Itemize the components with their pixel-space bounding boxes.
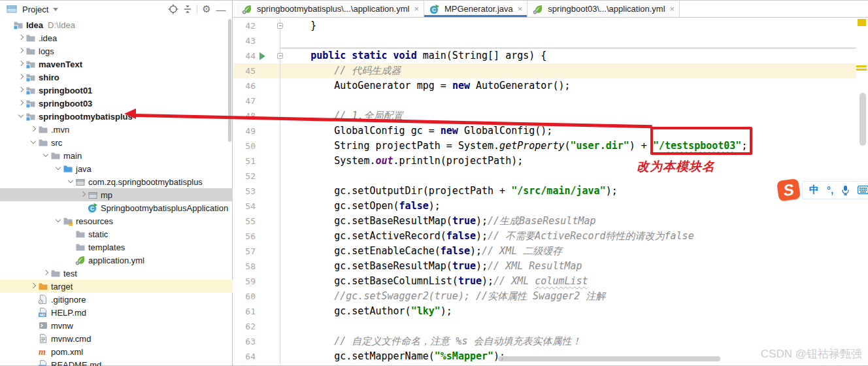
tree-item-src[interactable]: src bbox=[0, 136, 233, 149]
tree-item-springbootmybatisplusapplication[interactable]: CSpringbootmybatisplusApplication bbox=[0, 201, 233, 214]
close-icon[interactable]: × bbox=[670, 5, 675, 13]
chevron-right-icon[interactable] bbox=[16, 73, 25, 82]
tree-item-label: resources bbox=[76, 216, 113, 226]
sogou-logo-icon[interactable]: S bbox=[776, 178, 801, 201]
tree-item-logs[interactable]: logs bbox=[0, 44, 233, 58]
chevron-right-icon[interactable] bbox=[16, 99, 25, 108]
tree-item-application-yml[interactable]: application.yml bbox=[0, 254, 233, 267]
chevron-placeholder bbox=[78, 203, 88, 212]
gutter bbox=[256, 33, 280, 48]
tree-item-idea[interactable]: IdeaD:\Idea bbox=[0, 18, 233, 31]
chevron-down-icon[interactable] bbox=[53, 8, 58, 11]
tree-item-static[interactable]: static bbox=[0, 227, 233, 241]
stripe-warning-marker[interactable] bbox=[858, 19, 866, 26]
chevron-down-icon[interactable] bbox=[54, 164, 63, 173]
code-text bbox=[280, 169, 287, 184]
chevron-right-icon[interactable] bbox=[16, 86, 25, 95]
code-text: gc.setBaseResultMap(true);//生成BaseResult… bbox=[280, 214, 596, 229]
module-folder-icon bbox=[25, 111, 37, 122]
folder-icon bbox=[38, 124, 49, 135]
tree-item-maventext[interactable]: mavenText bbox=[0, 58, 233, 71]
module-folder-icon bbox=[25, 72, 37, 82]
close-icon[interactable]: × bbox=[518, 5, 523, 13]
chevron-down-icon[interactable] bbox=[66, 177, 75, 186]
chevron-down-icon[interactable] bbox=[41, 151, 50, 160]
editor-tab-springbootmybatisplus-application-yml[interactable]: springbootmybatisplus\...\application.ym… bbox=[237, 1, 424, 17]
tree-item-mp[interactable]: mp bbox=[0, 188, 233, 201]
tree-item-label: springboot03 bbox=[39, 99, 92, 108]
code-text bbox=[280, 319, 287, 334]
tree-item-com-zq-springbootmybatisplus[interactable]: com.zq.springbootmybatisplus bbox=[0, 175, 233, 188]
tree-item-springboot03[interactable]: springboot03 bbox=[0, 97, 233, 110]
chevron-right-icon[interactable] bbox=[16, 33, 25, 42]
chevron-right-icon[interactable] bbox=[16, 59, 25, 69]
chevron-right-icon[interactable] bbox=[29, 125, 38, 134]
gutter bbox=[256, 78, 280, 93]
gutter bbox=[256, 244, 280, 259]
editor-tab-springboot03-application-yml[interactable]: springboot03\...\application.yml× bbox=[527, 1, 680, 17]
package-icon bbox=[88, 190, 99, 200]
code-line-44: 44 public static void main(String[] args… bbox=[233, 48, 856, 63]
stripe-line-marker[interactable] bbox=[856, 69, 867, 71]
ime-punctuation-button[interactable]: °, bbox=[823, 184, 837, 195]
fold-collapse-icon[interactable] bbox=[277, 23, 283, 29]
line-number: 54 bbox=[233, 199, 256, 214]
tree-item--gitignore[interactable]: .gitignore bbox=[0, 293, 233, 306]
locate-icon[interactable] bbox=[166, 2, 180, 16]
tree-item-resources[interactable]: resources bbox=[0, 214, 233, 227]
tree-item-mvnw-cmd[interactable]: mvnw.cmd bbox=[0, 332, 233, 345]
tree-item--mvn[interactable]: .mvn bbox=[0, 123, 233, 136]
chevron-right-icon[interactable] bbox=[78, 190, 88, 199]
line-number: 45 bbox=[233, 63, 256, 78]
code-line-60: 60 //gc.setSwagger2(true); //实体属性 Swagge… bbox=[233, 289, 856, 304]
chevron-down-icon[interactable] bbox=[54, 216, 63, 225]
annotation-note: 改为本模块名 bbox=[637, 158, 741, 175]
tree-scrollbar[interactable] bbox=[228, 19, 231, 142]
ime-language-button[interactable]: 中 bbox=[805, 184, 823, 196]
code-text: public static void main(String[] args) { bbox=[280, 48, 546, 63]
collapse-all-icon[interactable] bbox=[180, 2, 195, 16]
editor-tab-mpgenerator-java[interactable]: CMPGenerator.java× bbox=[424, 1, 527, 17]
code-editor[interactable]: 42 }4344 public static void main(String[… bbox=[233, 18, 856, 364]
code-line-50: 50 String projectPath = System.getProper… bbox=[233, 139, 856, 154]
tree-item--idea[interactable]: .idea bbox=[0, 31, 233, 44]
run-main-icon[interactable] bbox=[259, 52, 265, 60]
horizontal-scrollbar[interactable] bbox=[498, 356, 720, 361]
gutter bbox=[256, 184, 280, 199]
chevron-placeholder bbox=[29, 308, 38, 317]
project-panel-title[interactable]: Project bbox=[22, 5, 48, 14]
tree-item-springboot01[interactable]: springboot01 bbox=[0, 84, 233, 97]
gutter bbox=[256, 259, 280, 274]
hide-panel-icon[interactable]: — bbox=[214, 2, 228, 16]
line-number: 42 bbox=[233, 18, 256, 33]
tree-item-label: .mvn bbox=[51, 125, 69, 135]
stripe-line-marker[interactable] bbox=[856, 65, 867, 67]
chevron-right-icon[interactable] bbox=[29, 282, 38, 291]
gutter bbox=[256, 214, 280, 229]
vertical-scrollbar[interactable] bbox=[860, 93, 866, 146]
microphone-icon[interactable] bbox=[837, 185, 854, 195]
folder-icon bbox=[25, 46, 37, 56]
tree-item-test[interactable]: test bbox=[0, 267, 233, 280]
tree-item-main[interactable]: main bbox=[0, 149, 233, 162]
tree-item-readme-md[interactable]: MDREADME.md bbox=[0, 358, 233, 366]
tree-item-help-md[interactable]: MDHELP.md bbox=[0, 306, 233, 319]
keyboard-icon[interactable] bbox=[854, 186, 868, 194]
tree-item-pom-xml[interactable]: mpom.xml bbox=[0, 345, 233, 358]
chevron-down-icon[interactable] bbox=[16, 112, 25, 121]
tree-item-shiro[interactable]: shiro bbox=[0, 71, 233, 84]
settings-gear-icon[interactable]: ⚙ bbox=[199, 2, 214, 16]
chevron-right-icon[interactable] bbox=[16, 46, 25, 56]
line-number: 44 bbox=[233, 48, 256, 63]
code-text: gc.setMapperName("%sMapper"); bbox=[280, 349, 505, 364]
module-folder-icon bbox=[25, 98, 37, 108]
tree-item-target[interactable]: target bbox=[0, 280, 233, 293]
tree-item-label: java bbox=[76, 164, 92, 174]
chevron-right-icon[interactable] bbox=[41, 269, 50, 278]
fold-collapse-icon[interactable] bbox=[277, 53, 283, 59]
tree-item-templates[interactable]: templates bbox=[0, 241, 233, 254]
tree-item-mvnw[interactable]: mvnw bbox=[0, 319, 233, 332]
close-icon[interactable]: × bbox=[414, 5, 419, 13]
tree-item-java[interactable]: java bbox=[0, 162, 233, 175]
chevron-down-icon[interactable] bbox=[29, 138, 38, 147]
